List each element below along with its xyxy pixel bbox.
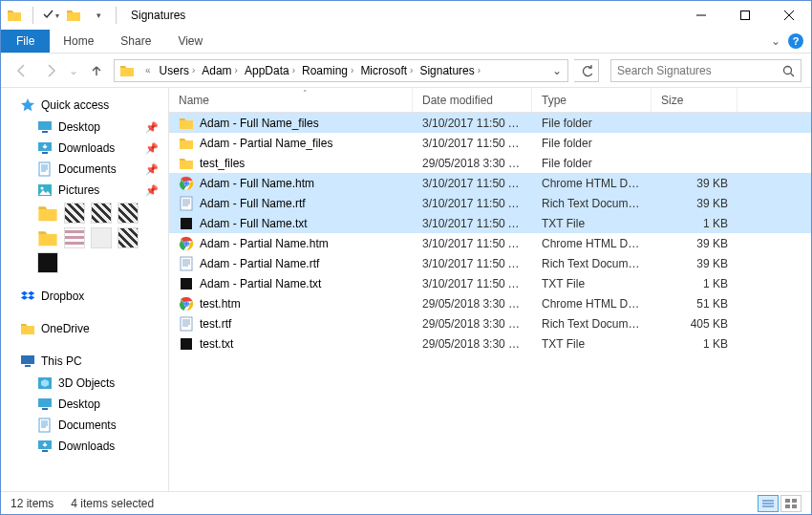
sidebar-recent-thumbs (1, 250, 168, 275)
table-row[interactable]: Adam - Full Name_files 3/10/2017 11:50 A… (169, 113, 811, 133)
maximize-button[interactable] (723, 1, 767, 30)
back-button[interactable] (11, 59, 33, 82)
file-date: 3/10/2017 11:50 AM (413, 117, 532, 130)
file-type: File folder (532, 157, 652, 170)
sidebar-item-label: Downloads (58, 440, 115, 453)
thumb-image[interactable] (118, 227, 139, 248)
qat-customize-icon[interactable]: ▾ (88, 5, 109, 26)
qat-properties-icon[interactable]: ▾ (40, 5, 61, 26)
address-bar[interactable]: « Users›Adam›AppData›Roaming›Microsoft›S… (114, 59, 568, 82)
table-row[interactable]: Adam - Full Name.rtf 3/10/2017 11:50 AM … (169, 193, 811, 213)
table-row[interactable]: Adam - Partial Name.rtf 3/10/2017 11:50 … (169, 253, 811, 273)
rtf-icon (179, 196, 194, 211)
breadcrumb-overflow[interactable]: « (141, 65, 155, 75)
rtf-icon (179, 256, 194, 271)
file-name: test_files (200, 157, 245, 170)
thumb-image[interactable] (118, 203, 139, 224)
search-icon[interactable] (781, 64, 795, 77)
column-name[interactable]: Name (169, 88, 413, 112)
sidebar-item[interactable]: Documents (1, 415, 168, 436)
dropbox-icon (20, 289, 35, 304)
sidebar-onedrive[interactable]: OneDrive (1, 317, 168, 340)
this-pc-label: This PC (41, 354, 82, 368)
address-dropdown-icon[interactable]: ⌄ (548, 64, 566, 77)
thumb-image[interactable] (64, 203, 85, 224)
sidebar-quick-access[interactable]: Quick access (1, 94, 168, 117)
pin-icon: 📌 (145, 184, 159, 197)
sidebar-item[interactable]: Desktop (1, 394, 168, 415)
breadcrumb-segment[interactable]: Users› (157, 64, 200, 77)
refresh-button[interactable] (574, 59, 599, 82)
thumb-folder-icon[interactable] (37, 227, 58, 248)
sort-indicator-icon: ˄ (303, 89, 308, 98)
sidebar-item[interactable]: 3D Objects (1, 373, 168, 394)
chrome-icon (179, 176, 194, 191)
column-type[interactable]: Type (532, 88, 652, 112)
column-date[interactable]: Date modified (413, 88, 532, 112)
thumb-image[interactable] (91, 227, 112, 248)
breadcrumb-segment[interactable]: AppData› (242, 64, 299, 77)
pin-icon: 📌 (145, 163, 159, 176)
file-name: test.rtf (200, 317, 231, 331)
thumb-folder-icon[interactable] (37, 203, 58, 224)
file-date: 3/10/2017 11:50 AM (413, 277, 532, 290)
file-date: 29/05/2018 3:30 PM (413, 157, 532, 170)
table-row[interactable]: Adam - Partial Name.txt 3/10/2017 11:50 … (169, 273, 811, 293)
table-row[interactable]: test.rtf 29/05/2018 3:30 PM Rich Text Do… (169, 313, 811, 333)
view-details-button[interactable] (758, 495, 779, 512)
sidebar-item[interactable]: Downloads📌 (1, 138, 168, 159)
sidebar-item[interactable]: Desktop📌 (1, 117, 168, 138)
sidebar-item-label: Desktop (58, 397, 100, 411)
history-dropdown-icon[interactable]: ⌄ (68, 64, 79, 77)
address-root-icon[interactable] (117, 63, 139, 78)
svg-rect-31 (785, 504, 790, 508)
table-row[interactable]: Adam - Partial Name_files 3/10/2017 11:5… (169, 133, 811, 153)
window-title: Signatures (123, 9, 185, 22)
breadcrumb-segment[interactable]: Adam› (199, 64, 242, 77)
table-row[interactable]: Adam - Full Name.txt 3/10/2017 11:50 AM … (169, 213, 811, 233)
svg-rect-32 (792, 504, 797, 508)
close-button[interactable] (767, 1, 811, 30)
ribbon-tab-home[interactable]: Home (50, 30, 107, 53)
breadcrumb-segment[interactable]: Roaming› (299, 64, 357, 77)
sidebar-this-pc[interactable]: This PC (1, 350, 168, 373)
table-row[interactable]: test.htm 29/05/2018 3:30 PM Chrome HTML … (169, 293, 811, 313)
help-icon[interactable]: ? (788, 33, 803, 49)
breadcrumb-segment[interactable]: Signatures› (417, 64, 484, 77)
sidebar-item[interactable]: Downloads (1, 436, 168, 457)
sidebar-dropbox[interactable]: Dropbox (1, 285, 168, 308)
ribbon-tab-view[interactable]: View (164, 30, 216, 53)
ribbon-expand-icon[interactable]: ⌄ (771, 34, 780, 48)
file-date: 3/10/2017 11:50 AM (413, 217, 532, 230)
ribbon-file-tab[interactable]: File (1, 30, 50, 53)
search-box[interactable] (610, 59, 801, 82)
up-button[interactable] (85, 59, 108, 82)
minimize-button[interactable] (679, 1, 723, 30)
status-item-count: 12 items (11, 497, 53, 510)
sidebar-item[interactable]: Pictures📌 (1, 180, 168, 201)
qat-folder-icon[interactable] (5, 5, 26, 26)
3d-icon (37, 376, 53, 391)
qat-new-folder-icon[interactable] (64, 5, 85, 26)
table-row[interactable]: test.txt 29/05/2018 3:30 PM TXT File 1 K… (169, 333, 811, 354)
table-row[interactable]: Adam - Full Name.htm 3/10/2017 11:50 AM … (169, 173, 811, 193)
file-name: Adam - Full Name.htm (200, 177, 314, 190)
sidebar-item[interactable]: Documents📌 (1, 159, 168, 180)
ribbon-tab-share[interactable]: Share (107, 30, 164, 53)
breadcrumb-segment[interactable]: Microsoft› (357, 64, 417, 77)
file-type: TXT File (532, 217, 652, 230)
status-selected-count: 4 items selected (71, 497, 154, 510)
view-icons-button[interactable] (780, 495, 801, 512)
pictures-icon (37, 182, 53, 198)
column-size[interactable]: Size (652, 88, 737, 112)
quick-access-icon (20, 97, 35, 113)
thumb-image[interactable] (37, 252, 58, 273)
file-date: 3/10/2017 11:50 AM (413, 197, 532, 210)
table-row[interactable]: test_files 29/05/2018 3:30 PM File folde… (169, 153, 811, 173)
forward-button[interactable] (39, 59, 62, 82)
thumb-image[interactable] (91, 203, 112, 224)
file-size: 39 KB (652, 177, 737, 190)
search-input[interactable] (617, 64, 760, 77)
thumb-image[interactable] (64, 227, 85, 248)
table-row[interactable]: Adam - Partial Name.htm 3/10/2017 11:50 … (169, 233, 811, 253)
